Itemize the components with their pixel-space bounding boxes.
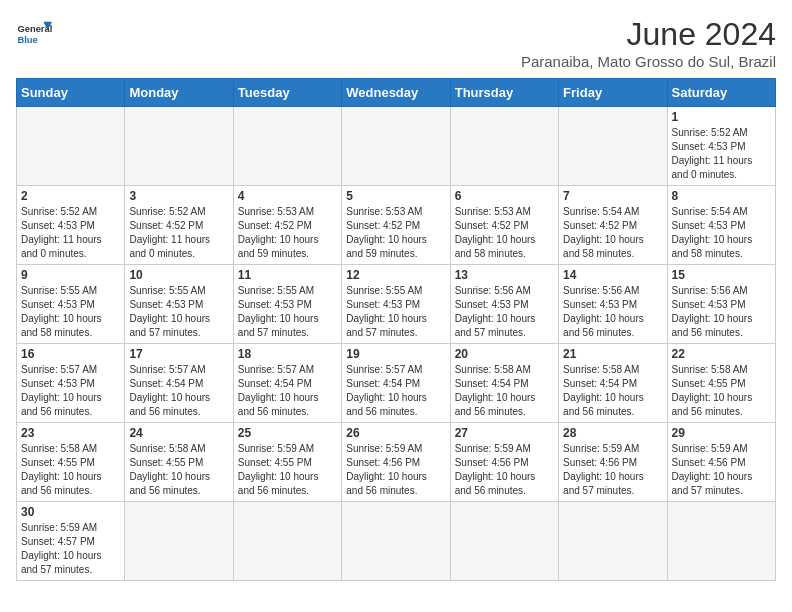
logo: General Blue — [16, 16, 52, 52]
calendar-day-cell: 4Sunrise: 5:53 AMSunset: 4:52 PMDaylight… — [233, 186, 341, 265]
day-number: 10 — [129, 268, 228, 282]
calendar-day-cell: 2Sunrise: 5:52 AMSunset: 4:53 PMDaylight… — [17, 186, 125, 265]
calendar-week-row: 2Sunrise: 5:52 AMSunset: 4:53 PMDaylight… — [17, 186, 776, 265]
day-info: Sunrise: 5:55 AMSunset: 4:53 PMDaylight:… — [129, 284, 228, 340]
day-number: 30 — [21, 505, 120, 519]
day-number: 1 — [672, 110, 771, 124]
calendar-day-cell: 30Sunrise: 5:59 AMSunset: 4:57 PMDayligh… — [17, 502, 125, 581]
calendar-header-wednesday: Wednesday — [342, 79, 450, 107]
calendar-day-cell — [450, 107, 558, 186]
header: General Blue June 2024 Paranaiba, Mato G… — [16, 16, 776, 70]
day-number: 14 — [563, 268, 662, 282]
day-info: Sunrise: 5:58 AMSunset: 4:55 PMDaylight:… — [129, 442, 228, 498]
calendar-day-cell: 21Sunrise: 5:58 AMSunset: 4:54 PMDayligh… — [559, 344, 667, 423]
day-number: 7 — [563, 189, 662, 203]
calendar-day-cell: 18Sunrise: 5:57 AMSunset: 4:54 PMDayligh… — [233, 344, 341, 423]
calendar-header-friday: Friday — [559, 79, 667, 107]
calendar-week-row: 9Sunrise: 5:55 AMSunset: 4:53 PMDaylight… — [17, 265, 776, 344]
day-info: Sunrise: 5:57 AMSunset: 4:54 PMDaylight:… — [238, 363, 337, 419]
calendar-table: SundayMondayTuesdayWednesdayThursdayFrid… — [16, 78, 776, 581]
day-number: 16 — [21, 347, 120, 361]
day-info: Sunrise: 5:58 AMSunset: 4:54 PMDaylight:… — [455, 363, 554, 419]
day-number: 9 — [21, 268, 120, 282]
calendar-day-cell: 11Sunrise: 5:55 AMSunset: 4:53 PMDayligh… — [233, 265, 341, 344]
day-info: Sunrise: 5:55 AMSunset: 4:53 PMDaylight:… — [346, 284, 445, 340]
title-area: June 2024 Paranaiba, Mato Grosso do Sul,… — [521, 16, 776, 70]
day-info: Sunrise: 5:52 AMSunset: 4:53 PMDaylight:… — [672, 126, 771, 182]
general-blue-logo-icon: General Blue — [16, 16, 52, 52]
day-info: Sunrise: 5:58 AMSunset: 4:54 PMDaylight:… — [563, 363, 662, 419]
day-info: Sunrise: 5:59 AMSunset: 4:56 PMDaylight:… — [346, 442, 445, 498]
calendar-day-cell — [342, 502, 450, 581]
calendar-day-cell: 16Sunrise: 5:57 AMSunset: 4:53 PMDayligh… — [17, 344, 125, 423]
calendar-day-cell: 26Sunrise: 5:59 AMSunset: 4:56 PMDayligh… — [342, 423, 450, 502]
day-info: Sunrise: 5:53 AMSunset: 4:52 PMDaylight:… — [346, 205, 445, 261]
day-number: 24 — [129, 426, 228, 440]
day-number: 3 — [129, 189, 228, 203]
day-number: 15 — [672, 268, 771, 282]
calendar-day-cell: 6Sunrise: 5:53 AMSunset: 4:52 PMDaylight… — [450, 186, 558, 265]
calendar-header-row: SundayMondayTuesdayWednesdayThursdayFrid… — [17, 79, 776, 107]
day-number: 13 — [455, 268, 554, 282]
day-info: Sunrise: 5:58 AMSunset: 4:55 PMDaylight:… — [672, 363, 771, 419]
calendar-header-thursday: Thursday — [450, 79, 558, 107]
day-number: 25 — [238, 426, 337, 440]
day-number: 4 — [238, 189, 337, 203]
day-number: 8 — [672, 189, 771, 203]
calendar-week-row: 23Sunrise: 5:58 AMSunset: 4:55 PMDayligh… — [17, 423, 776, 502]
calendar-day-cell: 29Sunrise: 5:59 AMSunset: 4:56 PMDayligh… — [667, 423, 775, 502]
calendar-day-cell — [559, 502, 667, 581]
day-info: Sunrise: 5:59 AMSunset: 4:56 PMDaylight:… — [455, 442, 554, 498]
calendar-week-row: 16Sunrise: 5:57 AMSunset: 4:53 PMDayligh… — [17, 344, 776, 423]
calendar-day-cell: 8Sunrise: 5:54 AMSunset: 4:53 PMDaylight… — [667, 186, 775, 265]
calendar-day-cell — [233, 107, 341, 186]
day-info: Sunrise: 5:57 AMSunset: 4:54 PMDaylight:… — [129, 363, 228, 419]
calendar-day-cell — [450, 502, 558, 581]
calendar-day-cell: 22Sunrise: 5:58 AMSunset: 4:55 PMDayligh… — [667, 344, 775, 423]
calendar-day-cell: 5Sunrise: 5:53 AMSunset: 4:52 PMDaylight… — [342, 186, 450, 265]
calendar-day-cell — [233, 502, 341, 581]
calendar-day-cell: 25Sunrise: 5:59 AMSunset: 4:55 PMDayligh… — [233, 423, 341, 502]
day-number: 11 — [238, 268, 337, 282]
day-info: Sunrise: 5:59 AMSunset: 4:57 PMDaylight:… — [21, 521, 120, 577]
day-info: Sunrise: 5:56 AMSunset: 4:53 PMDaylight:… — [563, 284, 662, 340]
day-number: 28 — [563, 426, 662, 440]
day-number: 2 — [21, 189, 120, 203]
day-number: 29 — [672, 426, 771, 440]
day-info: Sunrise: 5:59 AMSunset: 4:56 PMDaylight:… — [672, 442, 771, 498]
day-number: 20 — [455, 347, 554, 361]
day-info: Sunrise: 5:53 AMSunset: 4:52 PMDaylight:… — [455, 205, 554, 261]
calendar-day-cell: 12Sunrise: 5:55 AMSunset: 4:53 PMDayligh… — [342, 265, 450, 344]
calendar-day-cell: 20Sunrise: 5:58 AMSunset: 4:54 PMDayligh… — [450, 344, 558, 423]
day-info: Sunrise: 5:54 AMSunset: 4:52 PMDaylight:… — [563, 205, 662, 261]
day-info: Sunrise: 5:54 AMSunset: 4:53 PMDaylight:… — [672, 205, 771, 261]
calendar-day-cell: 3Sunrise: 5:52 AMSunset: 4:52 PMDaylight… — [125, 186, 233, 265]
day-info: Sunrise: 5:52 AMSunset: 4:52 PMDaylight:… — [129, 205, 228, 261]
calendar-day-cell: 15Sunrise: 5:56 AMSunset: 4:53 PMDayligh… — [667, 265, 775, 344]
calendar-header-tuesday: Tuesday — [233, 79, 341, 107]
day-number: 19 — [346, 347, 445, 361]
calendar-header-saturday: Saturday — [667, 79, 775, 107]
calendar-day-cell: 24Sunrise: 5:58 AMSunset: 4:55 PMDayligh… — [125, 423, 233, 502]
calendar-day-cell: 28Sunrise: 5:59 AMSunset: 4:56 PMDayligh… — [559, 423, 667, 502]
calendar-header-sunday: Sunday — [17, 79, 125, 107]
day-info: Sunrise: 5:53 AMSunset: 4:52 PMDaylight:… — [238, 205, 337, 261]
day-info: Sunrise: 5:57 AMSunset: 4:54 PMDaylight:… — [346, 363, 445, 419]
calendar-day-cell: 27Sunrise: 5:59 AMSunset: 4:56 PMDayligh… — [450, 423, 558, 502]
calendar-day-cell: 13Sunrise: 5:56 AMSunset: 4:53 PMDayligh… — [450, 265, 558, 344]
calendar-day-cell — [667, 502, 775, 581]
calendar-day-cell: 23Sunrise: 5:58 AMSunset: 4:55 PMDayligh… — [17, 423, 125, 502]
day-info: Sunrise: 5:55 AMSunset: 4:53 PMDaylight:… — [238, 284, 337, 340]
calendar-day-cell: 9Sunrise: 5:55 AMSunset: 4:53 PMDaylight… — [17, 265, 125, 344]
location-subtitle: Paranaiba, Mato Grosso do Sul, Brazil — [521, 53, 776, 70]
day-number: 26 — [346, 426, 445, 440]
calendar-day-cell: 1Sunrise: 5:52 AMSunset: 4:53 PMDaylight… — [667, 107, 775, 186]
calendar-day-cell: 14Sunrise: 5:56 AMSunset: 4:53 PMDayligh… — [559, 265, 667, 344]
day-number: 18 — [238, 347, 337, 361]
calendar-day-cell: 17Sunrise: 5:57 AMSunset: 4:54 PMDayligh… — [125, 344, 233, 423]
day-info: Sunrise: 5:59 AMSunset: 4:56 PMDaylight:… — [563, 442, 662, 498]
day-number: 21 — [563, 347, 662, 361]
day-number: 23 — [21, 426, 120, 440]
calendar-week-row: 1Sunrise: 5:52 AMSunset: 4:53 PMDaylight… — [17, 107, 776, 186]
calendar-week-row: 30Sunrise: 5:59 AMSunset: 4:57 PMDayligh… — [17, 502, 776, 581]
